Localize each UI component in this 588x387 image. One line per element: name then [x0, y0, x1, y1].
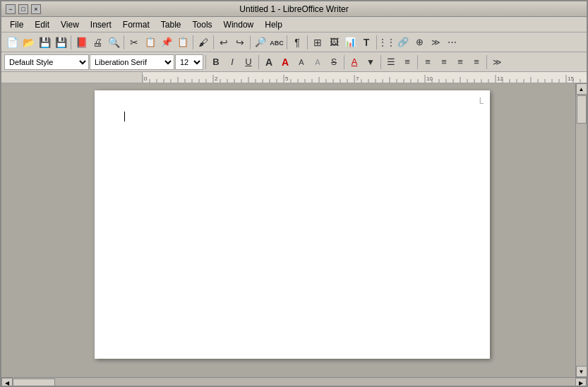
font-smaller2-button[interactable]: A	[310, 54, 325, 70]
more-formatting-icon	[493, 56, 502, 67]
menu-insert[interactable]: Insert	[85, 18, 117, 31]
insert-text-button[interactable]	[359, 35, 374, 50]
menu-edit[interactable]: Edit	[29, 18, 55, 31]
undo-button[interactable]	[216, 35, 232, 50]
paste-button[interactable]	[159, 35, 174, 50]
redo-icon	[236, 37, 244, 48]
insert-special-icon	[416, 37, 424, 47]
more-controls-button[interactable]	[428, 35, 443, 50]
clone-formatting-icon	[198, 37, 208, 48]
align-right-button[interactable]: ≡	[452, 54, 468, 70]
close-button[interactable]: ×	[31, 4, 41, 14]
main-area: L ▲ ▼	[1, 83, 587, 377]
more-formatting-button[interactable]	[489, 54, 505, 70]
h-scroll-thumb[interactable]	[13, 379, 55, 388]
menu-bar: File Edit View Insert Format Table Tools…	[1, 17, 587, 32]
paragraph-style-select[interactable]: Default Style	[4, 54, 89, 70]
sep-fmt6	[486, 55, 487, 69]
sep-fmt1	[205, 55, 206, 69]
font-size-select[interactable]: 12	[175, 54, 203, 70]
menu-help[interactable]: Help	[259, 18, 288, 31]
scroll-up-button[interactable]: ▲	[576, 83, 587, 95]
spell-button[interactable]	[269, 35, 284, 50]
font-bigger-button[interactable]: A	[261, 54, 277, 70]
justify-button[interactable]: ≡	[469, 54, 484, 70]
font-name-select[interactable]: Liberation Serif	[90, 54, 174, 70]
sep5	[250, 35, 251, 49]
page-corner-marker: L	[479, 96, 484, 106]
insert-chart-button[interactable]	[342, 35, 358, 50]
unordered-list-icon	[387, 56, 395, 67]
font-bigger2-button[interactable]: A	[277, 54, 293, 70]
pdf-icon	[76, 37, 88, 48]
insert-special-button[interactable]	[412, 35, 427, 50]
print-icon	[92, 37, 102, 48]
font-color-button[interactable]	[347, 54, 362, 70]
menu-view[interactable]: View	[55, 18, 85, 31]
toolbar-formatting: Default Style Liberation Serif 12 A A A …	[1, 52, 587, 72]
align-center-button[interactable]: ≡	[436, 54, 452, 70]
menu-file[interactable]: File	[4, 18, 29, 31]
hyperlink-button[interactable]	[395, 35, 411, 50]
open-icon	[23, 37, 35, 48]
paragraph-marks-button[interactable]	[289, 35, 305, 50]
save-as-button[interactable]	[53, 35, 68, 50]
strikethrough-button[interactable]: S	[326, 54, 342, 70]
ruler-left-margin	[1, 72, 143, 83]
extra-button[interactable]	[444, 35, 460, 50]
window-controls[interactable]: − □ ×	[6, 4, 41, 14]
document-page[interactable]: L	[95, 90, 490, 359]
paste-special-icon	[177, 37, 188, 47]
open-button[interactable]	[20, 35, 36, 50]
unordered-list-button[interactable]	[383, 54, 399, 70]
print-button[interactable]	[90, 35, 105, 50]
font-smaller-button[interactable]: A	[294, 54, 309, 70]
vertical-scrollbar[interactable]: ▲ ▼	[575, 83, 587, 377]
maximize-button[interactable]: □	[18, 4, 28, 14]
scroll-track[interactable]	[576, 95, 587, 366]
sep7	[307, 35, 308, 49]
sep8	[376, 35, 377, 49]
scroll-left-button[interactable]: ◀	[1, 378, 13, 388]
menu-tools[interactable]: Tools	[187, 18, 218, 31]
ruler-canvas	[143, 72, 587, 83]
scroll-right-button[interactable]: ▶	[575, 378, 587, 388]
font-color-icon	[352, 56, 358, 67]
insert-image-icon	[330, 37, 339, 47]
menu-format[interactable]: Format	[117, 18, 155, 31]
insert-image-button[interactable]	[326, 35, 342, 50]
sep-fmt4	[380, 55, 381, 69]
underline-button[interactable]	[241, 54, 256, 70]
menu-table[interactable]: Table	[155, 18, 187, 31]
save-icon	[39, 37, 51, 48]
align-left-button[interactable]: ≡	[420, 54, 436, 70]
highlight-color-button[interactable]: ▼	[363, 54, 378, 70]
save-button[interactable]	[37, 35, 52, 50]
scroll-thumb[interactable]	[577, 95, 587, 124]
find-button[interactable]	[253, 35, 268, 50]
copy-icon	[145, 37, 156, 47]
scroll-area[interactable]: L	[8, 83, 575, 377]
horizontal-scrollbar[interactable]: ◀ ▶	[1, 377, 587, 387]
save-as-icon	[55, 37, 67, 48]
bold-button[interactable]	[208, 54, 224, 70]
menu-window[interactable]: Window	[218, 18, 260, 31]
paste-special-button[interactable]	[175, 35, 191, 50]
copy-button[interactable]	[143, 35, 158, 50]
new-icon	[6, 37, 18, 48]
ruler	[1, 72, 587, 83]
pdf-button[interactable]	[73, 35, 89, 50]
preview-button[interactable]	[106, 35, 121, 50]
cut-button[interactable]	[126, 35, 142, 50]
italic-button[interactable]	[224, 54, 240, 70]
new-button[interactable]	[4, 35, 20, 50]
insert-table-button[interactable]	[310, 35, 325, 50]
fields-button[interactable]	[379, 35, 395, 50]
minimize-button[interactable]: −	[6, 4, 16, 14]
insert-table-icon	[313, 37, 322, 48]
redo-button[interactable]	[232, 35, 248, 50]
h-scroll-track[interactable]	[13, 378, 575, 388]
clone-formatting-button[interactable]	[196, 35, 211, 50]
scroll-down-button[interactable]: ▼	[576, 366, 587, 377]
ordered-list-button[interactable]	[400, 54, 415, 70]
